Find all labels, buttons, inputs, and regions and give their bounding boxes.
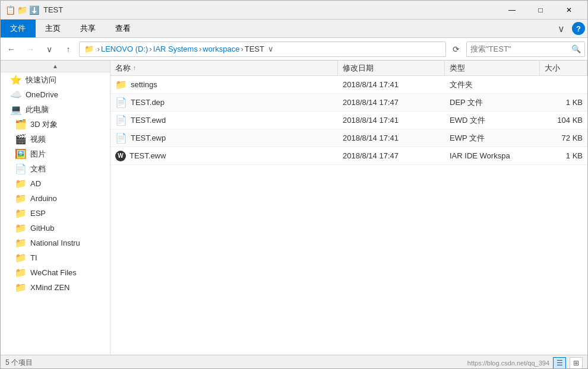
file-type-cell: 文件夹: [445, 79, 540, 90]
tab-view[interactable]: 查看: [106, 20, 141, 37]
tab-home[interactable]: 主页: [36, 20, 71, 37]
title-bar: 📋 📁 ⬇️ TEST — □ ✕: [1, 1, 587, 20]
sidebar-item-8[interactable]: 📁National Instru: [1, 236, 110, 250]
file-date-cell: 2018/8/14 17:41: [338, 116, 445, 125]
refresh-button[interactable]: ⟳: [448, 42, 464, 57]
large-icon-view-button[interactable]: ⊞: [570, 357, 583, 369]
path-sep-2: ›: [199, 44, 201, 53]
sidebar-item-11[interactable]: 📁XMind ZEN: [1, 280, 110, 295]
window-title: TEST: [43, 5, 498, 14]
path-chevron: ∨: [265, 44, 274, 53]
sidebar-item-icon-7: 📁: [15, 222, 27, 234]
file-list: 📁settings 2018/8/14 17:41 文件夹 📄TEST.dep …: [110, 76, 587, 165]
sidebar-item-label-4: AD: [30, 179, 41, 188]
sidebar-item-5[interactable]: 📁Arduino: [1, 191, 110, 206]
help-button[interactable]: ?: [572, 22, 585, 35]
sidebar: ▲ ⭐ 快速访问 ☁️ OneDrive 💻 此电脑 🗂️3D 对象🎬视频🖼️图…: [1, 61, 110, 355]
sidebar-item-icon-10: 📁: [15, 267, 27, 278]
col-header-size[interactable]: 大小: [540, 61, 587, 75]
sidebar-label-quick-access: 快速访问: [26, 75, 56, 85]
search-box[interactable]: 🔍: [466, 42, 585, 57]
file-name-cell: 📁settings: [110, 79, 338, 90]
tab-file[interactable]: 文件: [1, 20, 36, 37]
file-type-cell: EWP 文件: [445, 133, 540, 144]
up-button[interactable]: ↑: [60, 41, 77, 58]
status-bar: 5 个项目 https://blog.csdn.net/qq_394 ☰ ⊞: [1, 355, 587, 369]
table-row[interactable]: 📄TEST.ewp 2018/8/14 17:41 EWP 文件 72 KB: [110, 129, 587, 147]
maximize-button[interactable]: □: [527, 1, 554, 20]
status-right: https://blog.csdn.net/qq_394 ☰ ⊞: [467, 357, 583, 369]
file-name: TEST.ewd: [131, 116, 166, 125]
ribbon-tabs: 文件 主页 共享 查看 ∨ ?: [1, 20, 587, 37]
sidebar-item-7[interactable]: 📁GitHub: [1, 221, 110, 236]
file-icon: 📄: [115, 114, 127, 126]
sidebar-item-onedrive[interactable]: ☁️ OneDrive: [1, 87, 110, 102]
search-input[interactable]: [470, 44, 571, 53]
sidebar-item-icon-5: 📁: [15, 193, 27, 204]
table-row[interactable]: WTEST.eww 2018/8/14 17:47 IAR IDE Worksp…: [110, 147, 587, 165]
sidebar-scroll-up[interactable]: ▲: [1, 61, 110, 72]
col-header-name[interactable]: 名称 ↑: [110, 61, 338, 75]
sidebar-item-label-0: 3D 对象: [30, 119, 58, 130]
sidebar-item-label-8: National Instru: [30, 238, 80, 247]
forward-button[interactable]: →: [22, 41, 39, 58]
dropdown-button[interactable]: ∨: [41, 41, 58, 58]
file-size-cell: 104 KB: [540, 116, 587, 125]
sidebar-item-this-pc[interactable]: 💻 此电脑: [1, 102, 110, 117]
sidebar-content: ⭐ 快速访问 ☁️ OneDrive 💻 此电脑 🗂️3D 对象🎬视频🖼️图片📄…: [1, 72, 110, 295]
file-name: TEST.dep: [131, 98, 165, 107]
details-view-button[interactable]: ☰: [553, 357, 566, 369]
file-name: TEST.eww: [129, 151, 166, 160]
file-date-cell: 2018/8/14 17:47: [338, 151, 445, 160]
file-type-cell: EWD 文件: [445, 115, 540, 126]
sidebar-item-label-1: 视频: [30, 134, 46, 145]
back-button[interactable]: ←: [3, 41, 20, 58]
path-part-2[interactable]: workspace: [203, 44, 239, 53]
sidebar-item-quick-access[interactable]: ⭐ 快速访问: [1, 72, 110, 87]
app-icon-1: 📋: [5, 5, 15, 15]
path-sep-0: ›: [97, 44, 100, 53]
sidebar-item-4[interactable]: 📁AD: [1, 176, 110, 191]
address-path[interactable]: 📁 › LENOVO (D:) › IAR Systems › workspac…: [79, 42, 446, 57]
sidebar-item-10[interactable]: 📁WeChat Files: [1, 265, 110, 280]
path-part-3[interactable]: TEST: [245, 44, 264, 53]
close-button[interactable]: ✕: [555, 1, 583, 20]
minimize-button[interactable]: —: [498, 1, 526, 20]
sidebar-item-icon-4: 📁: [15, 178, 27, 189]
sidebar-item-icon-8: 📁: [15, 237, 27, 249]
sidebar-item-label-9: TI: [30, 253, 37, 262]
sidebar-item-0[interactable]: 🗂️3D 对象: [1, 117, 110, 132]
file-size-cell: 1 KB: [540, 98, 587, 107]
file-size-cell: 1 KB: [540, 151, 587, 160]
table-row[interactable]: 📁settings 2018/8/14 17:41 文件夹: [110, 76, 587, 94]
sort-arrow-name: ↑: [133, 65, 136, 71]
tab-share[interactable]: 共享: [71, 20, 106, 37]
sidebar-item-label-10: WeChat Files: [30, 268, 77, 277]
sidebar-item-1[interactable]: 🎬视频: [1, 132, 110, 147]
table-row[interactable]: 📄TEST.ewd 2018/8/14 17:41 EWD 文件 104 KB: [110, 112, 587, 129]
sidebar-item-2[interactable]: 🖼️图片: [1, 147, 110, 161]
sidebar-item-3[interactable]: 📄文档: [1, 161, 110, 176]
sidebar-item-label-2: 图片: [30, 149, 46, 160]
sidebar-item-6[interactable]: 📁ESP: [1, 206, 110, 221]
sidebar-item-icon-11: 📁: [15, 282, 27, 293]
sidebar-item-9[interactable]: 📁TI: [1, 250, 110, 265]
main-layout: ▲ ⭐ 快速访问 ☁️ OneDrive 💻 此电脑 🗂️3D 对象🎬视频🖼️图…: [1, 61, 587, 355]
sidebar-label-this-pc: 此电脑: [26, 104, 49, 115]
sidebar-label-onedrive: OneDrive: [26, 90, 58, 99]
status-count: 5 个项目: [5, 358, 33, 368]
search-icon: 🔍: [571, 44, 581, 53]
column-headers: 名称 ↑ 修改日期 类型 大小: [110, 61, 587, 76]
col-header-type[interactable]: 类型: [445, 61, 540, 75]
file-name-cell: 📄TEST.ewd: [110, 114, 338, 126]
ribbon-collapse-button[interactable]: ∨: [553, 20, 570, 37]
path-part-0[interactable]: LENOVO (D:): [101, 44, 148, 53]
file-size-cell: 72 KB: [540, 133, 587, 142]
ribbon-right: ∨ ?: [553, 20, 587, 37]
file-icon: 📄: [115, 97, 127, 108]
status-url: https://blog.csdn.net/qq_394: [467, 360, 549, 367]
col-header-date[interactable]: 修改日期: [338, 61, 445, 75]
table-row[interactable]: 📄TEST.dep 2018/8/14 17:47 DEP 文件 1 KB: [110, 94, 587, 112]
sidebar-item-icon-1: 🎬: [15, 133, 27, 145]
path-part-1[interactable]: IAR Systems: [153, 44, 198, 53]
